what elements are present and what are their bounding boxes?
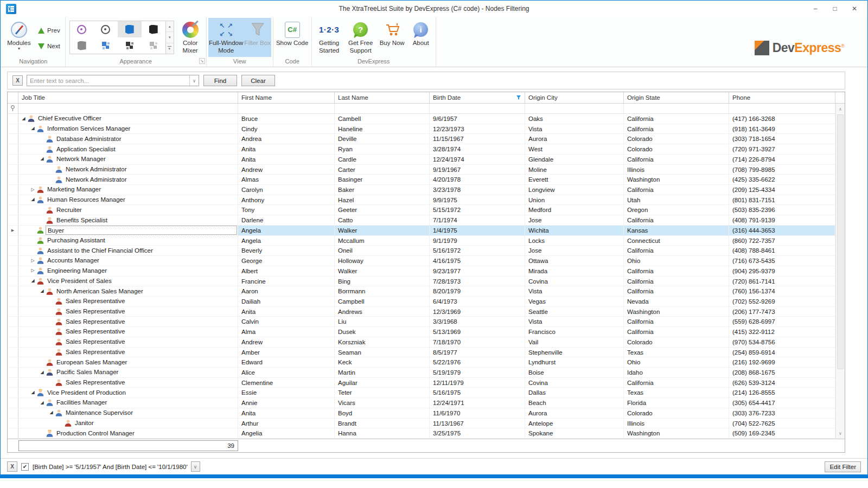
cell-birth-date[interactable]: 5/16/1972: [430, 246, 525, 255]
cell-phone[interactable]: (254) 859-6914: [729, 348, 835, 357]
tree-row[interactable]: European Sales ManagerEdwardKeck5/22/197…: [8, 357, 845, 368]
cell-job-title[interactable]: Network Administrator: [18, 165, 238, 175]
cell-phone[interactable]: (760) 156-1374: [729, 286, 835, 296]
cell-job-title[interactable]: ▷Marketing Manager: [18, 185, 238, 195]
cell-origin-city[interactable]: Beach: [525, 398, 624, 408]
cell-last-name[interactable]: Hanna: [335, 428, 430, 438]
show-code-button[interactable]: C# Show Code: [275, 18, 310, 57]
cell-phone[interactable]: (720) 971-3927: [729, 144, 835, 154]
cell-birth-date[interactable]: 12/23/1973: [430, 124, 525, 134]
scroll-thumb[interactable]: [837, 114, 844, 369]
get-free-support-button[interactable]: ? Get Free Support: [345, 18, 376, 57]
minimize-button[interactable]: –: [806, 1, 825, 17]
cell-job-title[interactable]: Sales Representative: [18, 327, 238, 337]
cell-birth-date[interactable]: 12/3/1969: [430, 307, 525, 317]
gallery-up-button[interactable]: ▲: [166, 21, 174, 32]
theme-squares-gray[interactable]: [142, 37, 165, 54]
cell-first-name[interactable]: Anita: [238, 155, 335, 164]
cell-job-title[interactable]: Database Administrator: [18, 134, 238, 144]
cell-last-name[interactable]: Teter: [335, 388, 430, 397]
cell-first-name[interactable]: George: [238, 256, 335, 266]
cell-job-title[interactable]: Sales Representative: [18, 378, 238, 388]
cell-birth-date[interactable]: 5/22/1976: [430, 357, 525, 367]
cell-birth-date[interactable]: 7/18/1970: [430, 337, 525, 347]
cell-phone[interactable]: (206) 177-7473: [729, 307, 835, 317]
cell-origin-state[interactable]: California: [624, 378, 729, 388]
dialog-launcher-icon[interactable]: ↘: [199, 58, 205, 64]
full-window-mode-button[interactable]: ↖↗↙↘ Full-Window Mode: [208, 18, 244, 57]
cell-last-name[interactable]: Vicars: [335, 398, 430, 408]
column-header-phone[interactable]: Phone: [729, 92, 835, 103]
cell-origin-city[interactable]: Wichita: [525, 226, 624, 235]
cell-birth-date[interactable]: 9/9/1975: [430, 195, 525, 205]
cell-origin-state[interactable]: California: [624, 155, 729, 164]
cell-origin-city[interactable]: Medford: [525, 205, 624, 215]
auto-filter-cell[interactable]: [624, 104, 729, 113]
tree-row[interactable]: Sales RepresentativeCalvinLiu3/3/1968Vis…: [8, 317, 845, 327]
cell-first-name[interactable]: Carolyn: [238, 185, 335, 195]
filter-close-button[interactable]: X: [7, 461, 17, 472]
search-input[interactable]: [27, 75, 189, 86]
cell-job-title[interactable]: Network Administrator: [18, 175, 238, 184]
cell-job-title[interactable]: Sales Representative: [18, 348, 238, 357]
tree-row[interactable]: Network AdministratorAlmasBasinger4/20/1…: [8, 175, 845, 185]
cell-first-name[interactable]: Darlene: [238, 215, 335, 225]
cell-last-name[interactable]: Martin: [335, 368, 430, 377]
cell-phone[interactable]: (708) 799-8985: [729, 165, 835, 175]
cell-phone[interactable]: (214) 126-8555: [729, 388, 835, 397]
expand-node-icon[interactable]: ▷: [29, 266, 36, 276]
cell-job-title[interactable]: ▷Engineering Manager: [18, 266, 238, 276]
cell-first-name[interactable]: Andrea: [238, 134, 335, 144]
tree-row[interactable]: Network AdministratorAndrewCarter9/19/19…: [8, 165, 845, 175]
cell-first-name[interactable]: Bruce: [238, 114, 335, 124]
cell-birth-date[interactable]: 8/5/1977: [430, 348, 525, 357]
cell-job-title[interactable]: Janitor: [18, 419, 238, 428]
cell-first-name[interactable]: Angela: [238, 226, 335, 235]
cell-birth-date[interactable]: 12/24/1974: [430, 155, 525, 164]
tree-row[interactable]: Application SpecialistAnitaRyan3/28/1974…: [8, 144, 845, 155]
filter-dropdown-button[interactable]: ∨: [191, 461, 200, 472]
auto-filter-cell[interactable]: [729, 104, 835, 113]
next-button[interactable]: Next: [36, 41, 62, 52]
cell-phone[interactable]: (425) 335-6622: [729, 175, 835, 184]
cell-first-name[interactable]: Essie: [238, 388, 335, 397]
cell-last-name[interactable]: Cardle: [335, 155, 430, 164]
gallery-down-button[interactable]: ▼: [166, 32, 174, 43]
edit-filter-button[interactable]: Edit Filter: [825, 461, 861, 472]
cell-birth-date[interactable]: 9/1/1979: [430, 236, 525, 246]
cell-first-name[interactable]: Albert: [238, 266, 335, 276]
cell-job-title[interactable]: ◢Vice President of Sales: [18, 277, 238, 286]
cell-origin-state[interactable]: California: [624, 277, 729, 286]
theme-circle-purple[interactable]: [70, 21, 94, 37]
collapse-node-icon[interactable]: ◢: [39, 368, 46, 377]
cell-phone[interactable]: (303) 376-7233: [729, 408, 835, 418]
tree-row[interactable]: ▷Accounts ManagerGeorgeHolloway4/16/1975…: [8, 256, 845, 266]
cell-origin-state[interactable]: Oregon: [624, 205, 729, 215]
cell-phone[interactable]: (216) 192-9699: [729, 357, 835, 367]
cell-job-title[interactable]: Sales Representative: [18, 337, 238, 347]
cell-job-title[interactable]: ◢Human Resources Manager: [18, 195, 238, 205]
cell-origin-city[interactable]: Vista: [525, 317, 624, 326]
cell-phone[interactable]: (801) 831-7151: [729, 195, 835, 205]
cell-first-name[interactable]: Alice: [238, 368, 335, 377]
cell-origin-city[interactable]: West: [525, 144, 624, 154]
column-header-origin-city[interactable]: Origin City: [525, 92, 624, 103]
cell-origin-city[interactable]: Covina: [525, 378, 624, 388]
cell-origin-state[interactable]: Illinois: [624, 165, 729, 175]
cell-job-title[interactable]: Application Specialist: [18, 144, 238, 154]
cell-origin-city[interactable]: Everett: [525, 175, 624, 184]
collapse-node-icon[interactable]: ◢: [39, 286, 46, 296]
tree-row[interactable]: Assistant to the Chief Financial Officer…: [8, 246, 845, 256]
cell-birth-date[interactable]: 3/28/1974: [430, 144, 525, 154]
cell-birth-date[interactable]: 1/4/1975: [430, 226, 525, 235]
cell-origin-state[interactable]: Utah: [624, 195, 729, 205]
scroll-down-icon[interactable]: ∨: [836, 429, 845, 438]
clear-button[interactable]: Clear: [241, 75, 275, 86]
cell-first-name[interactable]: Anthony: [238, 195, 335, 205]
cell-last-name[interactable]: Baker: [335, 185, 430, 195]
theme-office-black[interactable]: [142, 21, 165, 37]
tree-row[interactable]: ▷Marketing ManagerCarolynBaker3/23/1978L…: [8, 185, 845, 195]
tree-row[interactable]: Sales RepresentativeAlmaDusek5/13/1969Fr…: [8, 327, 845, 337]
cell-phone[interactable]: (559) 628-6997: [729, 317, 835, 326]
tree-row[interactable]: RecruiterTonyGeeter5/15/1972MedfordOrego…: [8, 205, 845, 215]
